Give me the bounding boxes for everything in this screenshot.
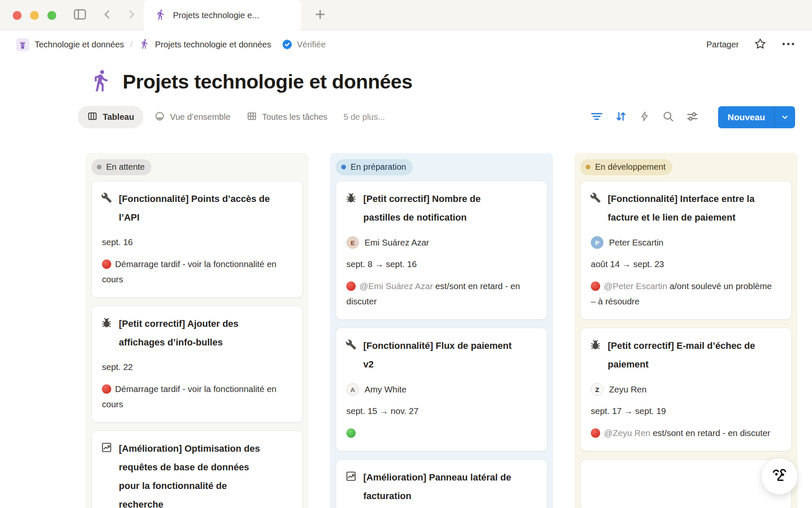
new-button[interactable]: Nouveau <box>718 106 795 128</box>
title-row: Projets technologie et données <box>89 69 812 94</box>
tab-tableau[interactable]: Tableau <box>78 106 143 128</box>
traffic-lights <box>13 11 56 20</box>
card-title: [Petit correctif] E-mail d’échec de paie… <box>608 337 759 374</box>
favorite-star-icon[interactable] <box>754 38 766 52</box>
kanban-board: En attente [Fonctionnalité] Points d’acc… <box>85 153 798 508</box>
forward-icon[interactable] <box>125 8 138 22</box>
new-tab-icon[interactable] <box>314 8 326 22</box>
red-circle-icon <box>591 282 600 291</box>
card-assignee: Z Zeyu Ren <box>590 383 782 396</box>
sidebar-toggle-icon[interactable] <box>73 8 87 22</box>
avatar: P <box>591 236 604 249</box>
card[interactable]: [Petit correctif] Ajouter des affichages… <box>91 306 303 422</box>
card-assignee: E Emi Suárez Azar <box>346 236 538 249</box>
breadcrumb-separator: / <box>130 40 132 49</box>
card-date: sept. 16 <box>101 237 293 247</box>
close-window-icon[interactable] <box>13 11 22 20</box>
zap-icon[interactable] <box>639 110 650 124</box>
card[interactable]: [Fonctionnalité] Interface entre la fact… <box>580 181 792 320</box>
new-button-label[interactable]: Nouveau <box>718 106 774 128</box>
card[interactable]: [Petit correctif] E-mail d’échec de paie… <box>580 328 792 451</box>
status-dot-icon <box>97 165 102 169</box>
header-actions: Partager <box>706 38 795 52</box>
column-en-attente: En attente [Fonctionnalité] Points d’acc… <box>85 153 309 508</box>
card-title: [Fonctionnalité] Points d’accès de l’API <box>119 190 270 227</box>
chart-increasing-icon <box>346 471 357 505</box>
card-title: [Amélioration] Optimisation des requêtes… <box>119 439 270 508</box>
column-status-pill[interactable]: En préparation <box>336 159 413 175</box>
table-icon <box>247 111 257 123</box>
toolbar-icons: Nouveau <box>591 106 795 128</box>
minimize-window-icon[interactable] <box>30 11 39 20</box>
column-label: En préparation <box>351 162 406 172</box>
card-title: [Petit correctif] Ajouter des affichages… <box>119 315 270 352</box>
tab-vue-densemble[interactable]: Vue d’ensemble <box>154 111 230 123</box>
card-title: [Petit correctif] Nombre de pastilles de… <box>363 190 515 227</box>
avatar: Z <box>591 383 604 396</box>
card-title: [Fonctionnalité] Interface entre la fact… <box>608 190 759 227</box>
card-title: [Amélioration] Panneau latéral de factur… <box>363 468 515 505</box>
column-status-pill[interactable]: En attente <box>91 159 151 175</box>
bug-icon <box>590 339 601 374</box>
red-circle-icon <box>346 282 356 291</box>
verified-badge[interactable]: Vérifiée <box>282 39 326 50</box>
card-assignee: P Peter Escartin <box>590 236 782 249</box>
breadcrumb-teamspace[interactable]: Technologie et données <box>35 40 124 50</box>
tab-toutes-les-taches[interactable]: Toutes les tâches <box>247 111 328 123</box>
assignee-name: Peter Escartin <box>609 237 664 248</box>
wrench-icon <box>590 192 601 227</box>
chevron-down-icon[interactable] <box>775 106 795 128</box>
card-status-note: @Emi Suárez Azar est/sont en retard - en… <box>346 279 528 309</box>
card-date: sept. 8 → sept. 16 <box>346 259 538 269</box>
column-label: En développement <box>595 162 666 172</box>
zoom-window-icon[interactable] <box>47 11 56 20</box>
status-dot-icon <box>586 165 590 169</box>
card[interactable]: [Amélioration] Optimisation des requêtes… <box>91 431 303 508</box>
card-date: sept. 17 → sept. 19 <box>590 406 782 416</box>
card[interactable]: [Amélioration] Panneau latéral de factur… <box>336 459 547 508</box>
avatar: A <box>346 383 359 396</box>
card-date: sept. 15 → nov. 27 <box>346 406 538 416</box>
column-label: En attente <box>106 162 145 172</box>
page-runner-icon[interactable] <box>89 69 112 94</box>
card-status-note: @Peter Escartin a/ont soulevé un problèm… <box>590 279 773 309</box>
card-assignee: A Amy White <box>346 383 538 396</box>
assignee-name: Emi Suárez Azar <box>365 237 429 248</box>
page-title: Projets technologie et données <box>123 70 412 93</box>
share-button[interactable]: Partager <box>706 40 739 50</box>
wrench-icon <box>346 339 357 374</box>
red-circle-icon <box>102 260 111 269</box>
green-circle-icon <box>346 428 356 438</box>
card-status-note <box>346 425 528 441</box>
notion-ai-button[interactable] <box>761 458 798 495</box>
overview-icon <box>154 111 165 123</box>
status-dot-icon <box>341 165 346 169</box>
browser-tab[interactable]: Projets technologie e... <box>144 0 301 31</box>
card-status-note: Démarrage tardif - voir la fonctionnalit… <box>101 381 284 412</box>
card-date: août 14 → sept. 23 <box>590 259 782 269</box>
search-icon[interactable] <box>662 110 674 124</box>
card-status-note: @Zeyu Ren est/sont en retard - en discut… <box>590 425 773 441</box>
teamspace-plant-icon[interactable] <box>16 38 29 51</box>
column-status-pill[interactable]: En développement <box>580 159 672 175</box>
column-en-preparation: En préparation [Petit correctif] Nombre … <box>330 153 553 508</box>
back-icon[interactable] <box>101 8 113 22</box>
bug-icon <box>346 192 357 227</box>
tab-more-views-label: 5 de plus... <box>343 112 385 122</box>
card-partial[interactable] <box>580 459 792 508</box>
tab-tableau-label: Tableau <box>103 112 134 122</box>
bug-icon <box>101 317 112 352</box>
runner-icon <box>155 9 166 22</box>
card[interactable]: [Fonctionnalité] Flux de paiement v2 A A… <box>336 328 547 451</box>
card[interactable]: [Petit correctif] Nombre de pastilles de… <box>336 181 547 320</box>
card[interactable]: [Fonctionnalité] Points d’accès de l’API… <box>91 181 303 298</box>
filter-icon[interactable] <box>591 110 603 124</box>
view-settings-icon[interactable] <box>686 110 698 124</box>
wrench-icon <box>101 192 112 227</box>
more-options-icon[interactable] <box>782 41 795 48</box>
red-circle-icon <box>102 384 111 394</box>
tab-title: Projets technologie e... <box>173 11 259 20</box>
tab-more-views[interactable]: 5 de plus... <box>343 112 385 122</box>
sort-icon[interactable] <box>615 110 627 124</box>
breadcrumb-page[interactable]: Projets technologie et données <box>155 40 272 50</box>
